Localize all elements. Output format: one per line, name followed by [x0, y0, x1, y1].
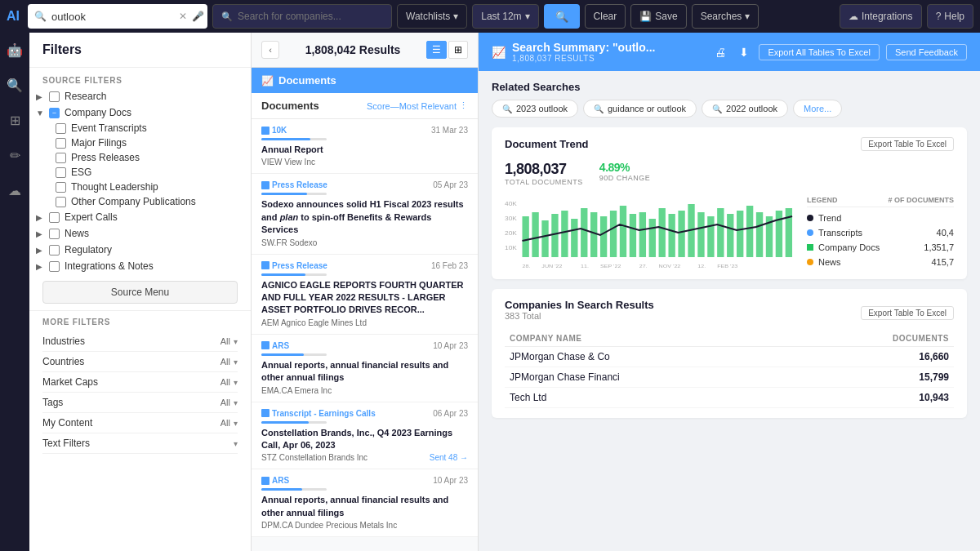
related-tag-2023-outlook[interactable]: 🔍 2023 outlook: [492, 100, 578, 118]
sidebar-item-integrations-notes[interactable]: ▶ Integrations & Notes: [29, 258, 251, 274]
sidebar-item-press-releases[interactable]: Press Releases: [49, 150, 251, 165]
main-search-box[interactable]: 🔍 ✕ 🎤: [28, 4, 207, 29]
main-search-input[interactable]: [51, 11, 174, 23]
news-checkbox[interactable]: [49, 229, 60, 239]
related-searches-title: Related Searches: [492, 81, 967, 93]
documents-label: Documents: [261, 100, 319, 112]
time-range-button[interactable]: Last 12m ▾: [472, 4, 538, 29]
integrations-button[interactable]: ☁ Integrations: [840, 4, 922, 29]
market-caps-label: Market Caps: [42, 376, 98, 388]
doc-item[interactable]: 10K 31 Mar 23 Annual Report VIEW View In…: [252, 119, 478, 174]
event-transcripts-checkbox[interactable]: [56, 123, 66, 134]
trend-icon: 📈: [492, 46, 506, 59]
search-clear-icon[interactable]: ✕: [179, 11, 187, 22]
company-search-input[interactable]: [238, 11, 368, 22]
sidebar-item-expert-calls[interactable]: ▶ Expert Calls: [29, 209, 251, 225]
doc-title: Annual reports, annual financial results…: [261, 494, 468, 519]
company-docs-label: Company Docs: [65, 107, 131, 118]
list-view-button[interactable]: ☰: [426, 41, 447, 59]
mic-icon[interactable]: 🎤: [192, 11, 204, 22]
company-name: Tech Ltd: [505, 388, 794, 408]
download-button[interactable]: ⬇: [736, 44, 752, 60]
esg-checkbox[interactable]: [56, 167, 66, 178]
doc-title: Constellation Brands, Inc., Q4 2023 Earn…: [261, 427, 468, 452]
save-button[interactable]: 💾 Save: [630, 4, 686, 29]
svg-rect-28: [756, 212, 763, 257]
table-row[interactable]: Tech Ltd 10,943: [505, 388, 954, 408]
sent-badge: Sent 48 →: [430, 453, 468, 462]
table-row[interactable]: JPMorgan Chase Financi 15,799: [505, 367, 954, 388]
press-releases-checkbox[interactable]: [56, 153, 66, 163]
icon-bar-search[interactable]: 🔍: [3, 74, 26, 96]
doc-item[interactable]: Press Release 05 Apr 23 Sodexo announces…: [252, 174, 478, 254]
watchlists-button[interactable]: Watchlists ▾: [397, 4, 467, 29]
text-filters-filter[interactable]: Text Filters ▾: [42, 433, 238, 454]
company-name: JPMorgan Chase & Co: [505, 347, 794, 367]
sidebar-item-major-filings[interactable]: Major Filings: [49, 136, 251, 150]
doc-type: ARS: [261, 341, 289, 350]
companies-card: Companies In Search Results 383 Total Ex…: [492, 289, 967, 418]
research-checkbox[interactable]: [49, 91, 60, 102]
sidebar-item-thought-leadership[interactable]: Thought Leadership: [49, 180, 251, 194]
icon-bar-ai[interactable]: 🤖: [3, 39, 26, 61]
sidebar-item-event-transcripts[interactable]: Event Transcripts: [49, 121, 251, 136]
countries-filter[interactable]: Countries All ▾: [42, 352, 238, 372]
regulatory-checkbox[interactable]: [49, 245, 60, 256]
send-feedback-button[interactable]: Send Feedback: [886, 44, 967, 60]
doc-item[interactable]: Transcript - Earnings Calls 06 Apr 23 Co…: [252, 402, 478, 470]
sidebar-item-company-docs[interactable]: ▼ Company Docs: [29, 104, 251, 121]
icon-bar-grid[interactable]: ⊞: [7, 109, 24, 131]
main-layout: 🤖 🔍 ⊞ ✏ ☁ Filters SOURCE FILTERS ▶ Resea…: [0, 33, 980, 551]
collapse-button[interactable]: ‹: [261, 41, 279, 59]
expand-icon: ▶: [36, 246, 44, 255]
summary-results-count: 1,808,037 RESULTS: [512, 54, 655, 63]
searches-button[interactable]: Searches ▾: [692, 4, 760, 29]
source-menu-button[interactable]: Source Menu: [42, 281, 238, 304]
results-count: 1,808,042 Results: [305, 43, 401, 56]
trend-export-button[interactable]: Export Table To Excel: [861, 137, 954, 151]
sort-options-icon: ⋮: [459, 100, 468, 111]
industries-filter[interactable]: Industries All ▾: [42, 331, 238, 352]
sidebar-item-news[interactable]: ▶ News: [29, 225, 251, 242]
integrations-notes-checkbox[interactable]: [49, 261, 60, 272]
search-summary-tab[interactable]: 📈 Documents: [252, 68, 478, 93]
icon-bar-cloud[interactable]: ☁: [5, 180, 24, 202]
grid-view-button[interactable]: ⊞: [448, 41, 468, 59]
sidebar-item-regulatory[interactable]: ▶ Regulatory: [29, 242, 251, 258]
change-number: 4.89%: [599, 161, 651, 174]
related-tag-guidance[interactable]: 🔍 guidance or outlook: [583, 100, 697, 118]
tags-filter[interactable]: Tags All ▾: [42, 393, 238, 413]
table-row[interactable]: JPMorgan Chase & Co 16,660: [505, 347, 954, 367]
trend-chart: 40K 30K 20K 10K: [505, 196, 797, 269]
doc-item[interactable]: ARS 10 Apr 23 Annual reports, annual fin…: [252, 335, 478, 402]
search-button[interactable]: 🔍: [544, 4, 580, 29]
sidebar-item-esg[interactable]: ESG: [49, 165, 251, 180]
expert-calls-checkbox[interactable]: [49, 212, 60, 223]
doc-type-icon: [261, 127, 270, 135]
my-content-filter[interactable]: My Content All ▾: [42, 413, 238, 433]
thought-leadership-checkbox[interactable]: [56, 182, 66, 193]
sidebar-item-research[interactable]: ▶ Research: [29, 88, 251, 104]
icon-bar-edit[interactable]: ✏: [7, 144, 24, 167]
company-search-box[interactable]: 🔍: [212, 4, 392, 29]
export-all-button[interactable]: Export All Tables To Excel: [759, 44, 880, 60]
company-docs-sub: Event Transcripts Major Filings Press Re…: [29, 121, 251, 209]
expand-icon: ▶: [36, 262, 44, 271]
related-tag-2022-outlook[interactable]: 🔍 2022 outlook: [702, 100, 788, 118]
doc-item[interactable]: Press Release 16 Feb 23 AGNICO EAGLE REP…: [252, 255, 478, 335]
svg-rect-20: [678, 211, 684, 257]
other-company-pubs-checkbox[interactable]: [56, 197, 66, 207]
sort-options[interactable]: Score—Most Relevant ⋮: [367, 100, 468, 111]
market-caps-filter[interactable]: Market Caps All ▾: [42, 372, 238, 393]
clear-button[interactable]: Clear: [585, 4, 626, 29]
companies-export-button[interactable]: Export Table To Excel: [861, 306, 954, 320]
sidebar-item-other-company-pubs[interactable]: Other Company Publications: [49, 194, 251, 209]
related-tags-more[interactable]: More...: [793, 100, 842, 118]
help-button[interactable]: ? Help: [927, 4, 973, 29]
major-filings-checkbox[interactable]: [56, 138, 66, 149]
print-button[interactable]: 🖨: [711, 44, 729, 60]
thought-leadership-label: Thought Leadership: [71, 181, 158, 193]
doc-item[interactable]: ARS 10 Apr 23 Annual reports, annual fin…: [252, 469, 478, 537]
ai-logo: AI: [7, 9, 20, 24]
company-docs-checkbox[interactable]: [49, 108, 60, 118]
